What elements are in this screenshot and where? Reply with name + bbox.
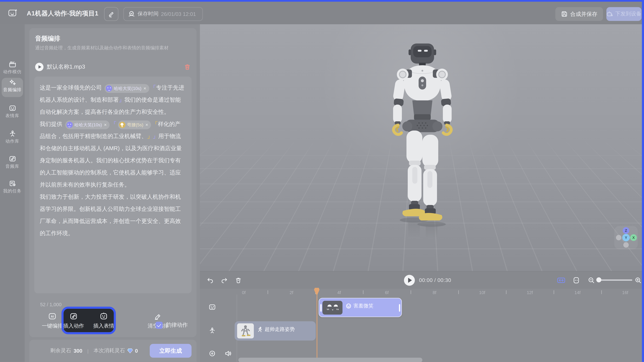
sidebar-item-expression-library[interactable]: 表情库: [0, 105, 25, 119]
cost-gems-label: 本次消耗灵石: [94, 347, 125, 354]
ai-icon: AI: [48, 312, 56, 320]
deploy-label: 下发到设备: [615, 11, 642, 18]
insert-expression-button[interactable]: 插入表情: [93, 312, 114, 332]
clip-left-handle[interactable]: [320, 304, 322, 312]
quote-mark: 「: [111, 121, 116, 127]
time-display: 00:00 / 00:30: [419, 277, 451, 283]
footer-divider: |: [88, 348, 89, 353]
generate-footer: 剩余灵石 300 | 本次消耗灵石 0 立即生成: [29, 340, 196, 362]
person-icon: [9, 130, 16, 137]
sidebar-item-motion-library[interactable]: 动作库: [0, 130, 25, 144]
gizmo-neg-x[interactable]: [616, 235, 621, 240]
svg-text:X: X: [632, 236, 634, 240]
quote-mark: 」: [153, 133, 158, 139]
quote-mark: 」: [119, 97, 124, 103]
delete-audio-icon[interactable]: [184, 64, 191, 70]
insert-motion-button[interactable]: 插入动作: [63, 312, 84, 332]
zoom-in-icon[interactable]: [635, 277, 642, 284]
sparkles-icon: [9, 79, 16, 86]
clapperboard-icon: [9, 61, 16, 68]
panel-title: 音频编排: [35, 35, 60, 43]
save-time-value: 26/01/03 12:01: [161, 11, 196, 17]
panel-subtitle: 通过音频处理，生成音频素材以及融合动作和表情的音频编排素材: [35, 45, 168, 51]
text-segment: 这是一家全球领先的公司: [40, 85, 104, 91]
motion-clip-label: 超帅走路姿势: [265, 326, 295, 333]
delete-clip-icon[interactable]: [235, 277, 242, 284]
one-click-arrange-button[interactable]: AI 一键编排: [42, 312, 63, 330]
rename-button[interactable]: [104, 7, 118, 21]
audio-file-row: 默认名称1.mp3: [35, 62, 191, 72]
expression-thumbnail: [322, 301, 342, 314]
clip-right-handle[interactable]: [399, 304, 400, 312]
deploy-button[interactable]: 下发到设备: [606, 7, 642, 21]
3d-viewport[interactable]: Z Y X: [200, 24, 642, 271]
action-tag[interactable]: 弯腰(5s)×: [118, 121, 151, 129]
audio-play-button[interactable]: [35, 63, 44, 71]
playhead-handle[interactable]: [314, 288, 320, 294]
quote-mark: 「: [150, 85, 156, 91]
app-root: A1机器人动作-我的项目1 保存时间 26/01/03 12:01 合成并保存: [0, 0, 644, 362]
motion-thumbnail: [237, 323, 254, 338]
gizmo-neg-z[interactable]: [623, 242, 628, 248]
pencil-icon: [108, 11, 114, 18]
clear-icon: [154, 312, 162, 320]
mute-toggle-icon[interactable]: [224, 350, 232, 357]
robot-face-icon: [9, 105, 16, 112]
top-bar: A1机器人动作-我的项目1 保存时间 26/01/03 12:01 合成并保存: [0, 2, 644, 24]
expression-tag[interactable]: 哈哈大笑(10s)×: [105, 84, 149, 93]
frame-right-edge: [642, 0, 644, 362]
robot-model[interactable]: [360, 41, 485, 238]
tag-label: 哈哈大笑(10s): [114, 82, 142, 95]
action-tag-icon: [119, 122, 125, 128]
timeline: 0f 2f 4f 6f 8f 10f 12f 14f 16f: [200, 289, 642, 362]
rhythm-track-icon: [209, 350, 216, 357]
sidebar-item-motion-mimic[interactable]: 动作模仿: [0, 61, 25, 75]
expression-clip[interactable]: 害羞微笑: [319, 298, 402, 317]
task-list-icon: [9, 180, 16, 187]
timeline-hscrollbar[interactable]: [238, 358, 422, 362]
cost-gems-value: 0: [135, 348, 138, 354]
tag-remove-button[interactable]: ×: [104, 119, 107, 131]
redo-icon[interactable]: [221, 277, 228, 284]
play-button[interactable]: [404, 275, 415, 286]
project-title: A1机器人动作-我的项目1: [27, 10, 98, 18]
script-editor[interactable]: 这是一家全球领先的公司 哈哈大笑(10s)×「专注于先进机器人系统的设计、制造和…: [34, 77, 192, 293]
audio-arrange-panel: 音频编排 通过音频处理，生成音频素材以及融合动作和表情的音频编排素材 默认名称1…: [29, 28, 196, 337]
tag-remove-button[interactable]: ×: [146, 119, 148, 131]
tag-remove-button[interactable]: ×: [144, 82, 146, 95]
remaining-gems-value: 300: [74, 348, 82, 354]
motion-track-icon: [209, 327, 216, 334]
motion-clip[interactable]: 超帅走路姿势: [234, 321, 316, 340]
text-segment: 用于物流和仓储的自主移动机器人 (AMR)，以及为医疗和酒店业量身定制的服务机器…: [40, 133, 182, 188]
music-box-icon: [9, 155, 16, 162]
svg-text:Y: Y: [624, 236, 627, 240]
timeline-zoom-slider[interactable]: [599, 279, 632, 281]
quote-mark: 「: [152, 121, 158, 127]
snap-toggle-icon[interactable]: [557, 277, 566, 284]
view-gizmo[interactable]: Z Y X: [614, 226, 638, 249]
robot-download-icon: [606, 11, 613, 17]
expression-tag-icon: [106, 85, 112, 92]
smile-icon: [346, 303, 351, 309]
merge-save-button[interactable]: 合成并保存: [555, 7, 603, 21]
frame-top-edge: [0, 0, 644, 2]
svg-text:Z: Z: [625, 229, 627, 232]
sidebar-item-audio-library[interactable]: 音频库: [0, 155, 25, 169]
text-segment: 我们提供: [40, 121, 64, 127]
rhythm-motion-toggle[interactable]: 韵律动作: [156, 321, 188, 329]
timeline-zoom-knob[interactable]: [596, 277, 601, 282]
fit-view-icon[interactable]: [573, 276, 580, 284]
zoom-out-icon[interactable]: [588, 277, 595, 284]
playhead-line: [316, 293, 317, 362]
sidebar-item-audio-arrange[interactable]: 音频编排: [0, 79, 25, 93]
tag-label: 弯腰(5s): [127, 119, 143, 131]
expression-tag[interactable]: 哈哈大笑(10s)×: [65, 121, 110, 129]
sidebar-item-my-tasks[interactable]: 我的任务: [0, 180, 25, 194]
save-icon: [561, 11, 567, 17]
svg-text:AI: AI: [51, 315, 54, 318]
saved-check-icon: [128, 11, 135, 18]
expression-tag-icon: [66, 122, 72, 128]
generate-now-button[interactable]: 立即生成: [150, 344, 192, 358]
undo-icon[interactable]: [206, 277, 214, 284]
runner-icon: [257, 327, 262, 332]
